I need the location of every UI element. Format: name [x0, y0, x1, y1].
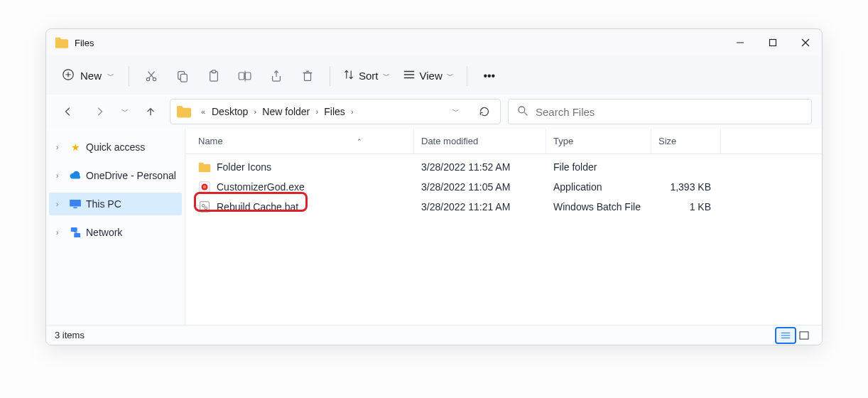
chevron-right-icon: › — [249, 107, 261, 116]
chevron-right-icon: › — [311, 107, 322, 116]
file-type: Application — [546, 181, 651, 193]
recent-locations-button[interactable]: ﹀ — [119, 100, 131, 124]
sidebar-item-label: This PC — [86, 198, 121, 210]
column-label: Type — [553, 136, 573, 146]
svg-rect-27 — [73, 207, 77, 208]
file-row[interactable]: Rebuild Cache.bat 3/28/2022 11:21 AM Win… — [185, 197, 822, 217]
rename-button[interactable] — [232, 63, 259, 90]
column-header-date[interactable]: Date modified — [414, 129, 546, 154]
file-name: Folder Icons — [217, 161, 271, 173]
application-icon — [198, 181, 211, 193]
sort-indicator-icon: ⌃ — [357, 138, 362, 145]
maximize-button[interactable] — [756, 29, 789, 56]
svg-rect-18 — [305, 72, 311, 80]
chevron-right-icon: › — [56, 144, 65, 151]
navigation-row: ﹀ « Desktop › New folder › Files › ﹀ — [46, 95, 822, 129]
svg-rect-34 — [200, 202, 210, 212]
svg-point-8 — [153, 77, 156, 80]
svg-rect-26 — [70, 200, 81, 207]
search-input[interactable] — [536, 106, 803, 118]
sidebar-item-quick-access[interactable]: › ★ Quick access — [46, 136, 185, 158]
svg-rect-40 — [800, 331, 808, 338]
sort-button[interactable]: Sort ﹀ — [339, 69, 394, 82]
svg-rect-12 — [180, 74, 187, 82]
copy-button[interactable] — [169, 63, 196, 90]
breadcrumb-item[interactable]: Files — [324, 106, 345, 117]
file-type: File folder — [546, 161, 651, 173]
close-button[interactable] — [789, 29, 822, 56]
breadcrumb-item[interactable]: New folder — [262, 106, 310, 117]
search-icon — [517, 105, 528, 119]
column-header-size[interactable]: Size — [651, 129, 721, 154]
breadcrumb: Desktop › New folder › Files › — [212, 106, 358, 117]
file-row[interactable]: CustomizerGod.exe 3/28/2022 11:05 AM App… — [185, 177, 822, 197]
column-label: Name — [198, 136, 223, 146]
search-box[interactable] — [508, 99, 812, 124]
back-button[interactable] — [56, 100, 80, 124]
refresh-button[interactable] — [472, 100, 497, 124]
chevron-right-icon: › — [56, 200, 65, 208]
svg-rect-1 — [770, 40, 776, 46]
file-date: 3/28/2022 11:05 AM — [414, 181, 546, 193]
chevron-down-icon: ﹀ — [447, 71, 454, 81]
delete-button[interactable] — [294, 63, 321, 90]
column-header-type[interactable]: Type — [546, 129, 651, 154]
chevron-down-icon: ﹀ — [107, 71, 114, 81]
svg-point-7 — [146, 77, 149, 80]
file-size: 1 KB — [651, 201, 721, 213]
sidebar-item-onedrive[interactable]: › OneDrive - Personal — [46, 164, 185, 187]
chevron-left-double-icon: « — [197, 107, 209, 116]
window-title: Files — [75, 38, 94, 48]
sidebar-item-label: Network — [86, 227, 122, 238]
column-headers: Name ⌃ Date modified Type Size — [185, 129, 822, 154]
view-button[interactable]: View ﹀ — [398, 69, 458, 82]
navigation-pane: › ★ Quick access › OneDrive - Personal ›… — [46, 129, 185, 325]
address-dropdown-button[interactable]: ﹀ — [443, 100, 469, 124]
window-controls — [724, 29, 822, 56]
column-header-name[interactable]: Name ⌃ — [185, 129, 414, 154]
file-date: 3/28/2022 11:21 AM — [414, 201, 546, 213]
cloud-icon — [69, 169, 82, 182]
view-icon — [403, 69, 416, 82]
svg-point-24 — [519, 107, 525, 113]
paste-button[interactable] — [200, 63, 227, 90]
svg-line-30 — [74, 232, 77, 233]
title-bar: Files — [46, 29, 822, 56]
thumbnails-view-button[interactable] — [795, 328, 813, 343]
file-row[interactable]: Folder Icons 3/28/2022 11:52 AM File fol… — [185, 157, 822, 177]
svg-rect-28 — [71, 227, 77, 232]
new-button[interactable]: New ﹀ — [56, 64, 120, 87]
svg-line-25 — [524, 112, 527, 115]
sidebar-item-label: OneDrive - Personal — [86, 170, 176, 181]
more-button[interactable]: ••• — [476, 63, 503, 90]
sidebar-item-this-pc[interactable]: › This PC — [49, 193, 182, 215]
sort-icon — [343, 69, 354, 82]
forward-button[interactable] — [87, 100, 112, 124]
new-button-label: New — [80, 70, 102, 82]
up-button[interactable] — [139, 100, 163, 124]
file-size: 1,393 KB — [651, 181, 721, 193]
column-label: Size — [658, 136, 676, 146]
svg-line-10 — [148, 71, 154, 77]
view-button-label: View — [420, 70, 443, 82]
folder-icon — [55, 37, 69, 48]
monitor-icon — [69, 198, 82, 210]
batch-file-icon — [198, 200, 211, 213]
separator — [467, 66, 467, 86]
file-explorer-window: Files New ﹀ Sort ﹀ View ﹀ — [45, 28, 823, 345]
svg-rect-29 — [74, 233, 80, 237]
file-list-pane: Name ⌃ Date modified Type Size Folder Ic… — [185, 129, 822, 325]
minimize-button[interactable] — [724, 29, 756, 56]
share-button[interactable] — [263, 63, 290, 90]
cut-button[interactable] — [138, 63, 165, 90]
folder-icon — [176, 105, 192, 118]
separator — [330, 66, 330, 86]
file-name: CustomizerGod.exe — [217, 181, 305, 193]
address-bar[interactable]: « Desktop › New folder › Files › ﹀ — [170, 99, 501, 124]
breadcrumb-item[interactable]: Desktop — [212, 106, 248, 117]
details-view-button[interactable] — [776, 328, 795, 343]
sidebar-item-network[interactable]: › Network — [46, 221, 185, 244]
status-text: 3 items — [55, 330, 85, 340]
column-label: Date modified — [421, 136, 478, 146]
svg-rect-15 — [239, 72, 244, 80]
